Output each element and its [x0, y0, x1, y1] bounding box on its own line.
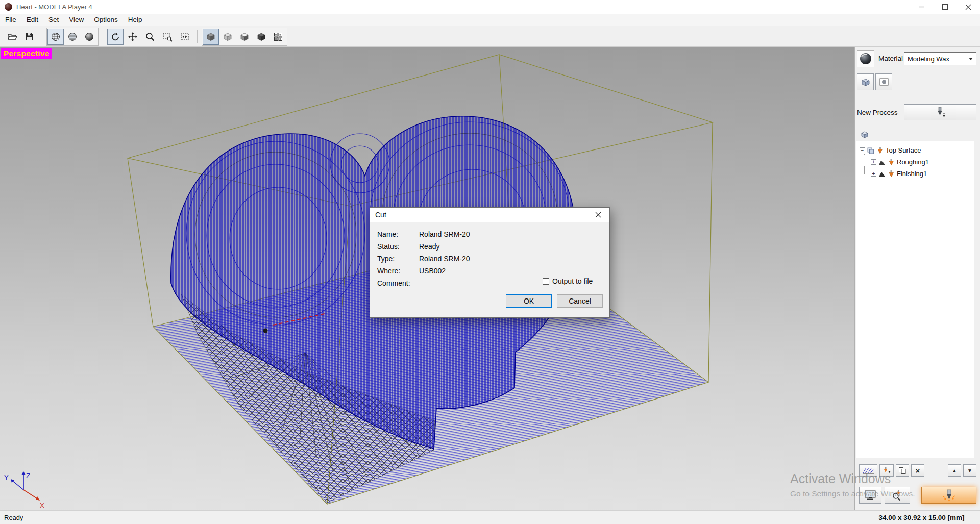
roughing-stage-icon	[878, 159, 886, 166]
cube-face-icon	[239, 32, 250, 42]
toolbar-separator	[103, 30, 103, 43]
model-setup-button[interactable]	[857, 73, 874, 90]
origin-dot	[263, 329, 268, 333]
output-toolbar	[859, 487, 976, 504]
copy-process-button[interactable]	[896, 464, 909, 477]
open-folder-icon	[7, 32, 17, 42]
view-shaded-button[interactable]	[81, 29, 97, 45]
display-dark-button[interactable]	[253, 29, 270, 45]
move-up-button[interactable]: ▲	[948, 464, 961, 477]
printer-name-label: Name:	[377, 230, 398, 238]
ok-button[interactable]: OK	[506, 294, 552, 308]
tool-icon	[888, 159, 895, 166]
titlebar: Heart - MODELA Player 4	[0, 0, 980, 14]
tool-setting-button[interactable]	[879, 464, 894, 477]
printer-status-label: Status:	[377, 242, 400, 251]
cutting-preview-button[interactable]	[885, 487, 910, 504]
toolpath-display-button[interactable]	[859, 464, 877, 477]
cut-button[interactable]	[921, 487, 976, 504]
display-mode-group	[202, 28, 287, 46]
move-down-button[interactable]: ▼	[963, 464, 976, 477]
display-solid-button[interactable]	[203, 29, 219, 45]
zoom-box-button[interactable]	[159, 29, 176, 45]
menu-set[interactable]: Set	[43, 14, 64, 26]
zoom-button[interactable]	[142, 29, 158, 45]
output-to-file-checkbox[interactable]: Output to file	[543, 277, 593, 285]
material-ball-button[interactable]	[857, 50, 874, 67]
menu-edit[interactable]: Edit	[21, 14, 43, 26]
tree-item-finishing[interactable]: + Finishing1	[856, 168, 974, 180]
cube-dark-icon	[256, 32, 266, 42]
display-light-button[interactable]	[219, 29, 236, 45]
delete-process-button[interactable]: ×	[911, 464, 924, 477]
display-face-button[interactable]	[236, 29, 253, 45]
expand-box-icon[interactable]: +	[871, 171, 876, 177]
tree-label: Roughing1	[897, 158, 929, 166]
material-sphere-icon	[859, 52, 872, 65]
close-icon	[965, 4, 971, 10]
preview-button[interactable]	[875, 73, 892, 90]
tree-item-top-surface[interactable]: − Top Surface	[856, 144, 974, 156]
cut-dialog-title: Cut	[375, 211, 386, 219]
dialog-close-button[interactable]	[586, 208, 609, 222]
cancel-button[interactable]: Cancel	[557, 294, 603, 308]
view-perspective-button[interactable]	[47, 29, 64, 45]
zoom-box-icon	[162, 32, 173, 42]
pan-move-icon	[128, 32, 138, 42]
magnifier-icon	[145, 32, 155, 42]
maximize-button[interactable]	[933, 0, 957, 14]
statusbar: Ready 34.00 x 30.92 x 15.00 [mm]	[0, 510, 980, 524]
delete-icon: ×	[916, 466, 920, 475]
output-to-file-label: Output to file	[552, 277, 593, 285]
cut-dialog-titlebar[interactable]: Cut	[370, 208, 609, 222]
tree-toolbar: × ▲ ▼	[859, 464, 976, 477]
close-button[interactable]	[957, 0, 980, 14]
view-mode-label: Perspective	[1, 48, 52, 59]
preview-screen-button[interactable]	[859, 487, 881, 504]
material-label: Material	[878, 55, 903, 62]
printer-type-label: Type:	[377, 255, 395, 263]
fit-view-button[interactable]	[177, 29, 193, 45]
preview-image-icon	[879, 77, 889, 87]
tool-icon	[876, 147, 884, 154]
save-button[interactable]	[21, 29, 38, 45]
maximize-icon	[942, 4, 948, 10]
up-arrow-icon: ▲	[952, 468, 957, 473]
minimize-button[interactable]	[910, 0, 933, 14]
menu-options[interactable]: Options	[89, 14, 123, 26]
multi-view-grid-icon	[273, 32, 283, 42]
app-icon	[5, 3, 12, 11]
material-select[interactable]: Modeling Wax	[904, 52, 976, 65]
finishing-stage-icon	[878, 170, 886, 178]
menu-help[interactable]: Help	[123, 14, 148, 26]
sphere-shaded-icon	[84, 32, 94, 42]
monitor-icon	[864, 490, 876, 501]
view-lines-button[interactable]	[64, 29, 81, 45]
expand-box-icon[interactable]: +	[871, 159, 876, 165]
new-process-button[interactable]	[904, 104, 976, 120]
multi-view-button[interactable]	[270, 29, 286, 45]
main-area: Z Y X Perspective Material Mode	[0, 47, 980, 510]
tool-icon	[888, 170, 895, 178]
project-icon	[867, 147, 874, 154]
chevron-down-icon	[969, 58, 973, 60]
rotate-button[interactable]	[107, 29, 124, 45]
printer-status-value: Ready	[419, 242, 439, 251]
open-button[interactable]	[4, 29, 20, 45]
menu-file[interactable]: File	[0, 14, 21, 26]
toolpath-hatch-icon	[862, 467, 874, 474]
tree-item-roughing[interactable]: + Roughing1	[856, 156, 974, 168]
sphere-lines-icon	[67, 32, 78, 42]
collapse-box-icon[interactable]: −	[860, 147, 865, 153]
model-tab[interactable]	[857, 128, 872, 141]
material-select-value: Modeling Wax	[908, 55, 949, 63]
close-icon	[595, 212, 601, 218]
minimize-icon	[919, 4, 924, 10]
milling-tool-icon	[934, 107, 946, 118]
fit-view-icon	[180, 32, 190, 42]
cut-dialog: Cut Name: Roland SRM-20 Status: Ready Ty…	[370, 207, 610, 318]
pan-button[interactable]	[125, 29, 141, 45]
app-window: Heart - MODELA Player 4 File Edit Set Vi…	[0, 0, 980, 524]
magnifier-tool-icon	[892, 490, 903, 501]
menu-view[interactable]: View	[64, 14, 89, 26]
